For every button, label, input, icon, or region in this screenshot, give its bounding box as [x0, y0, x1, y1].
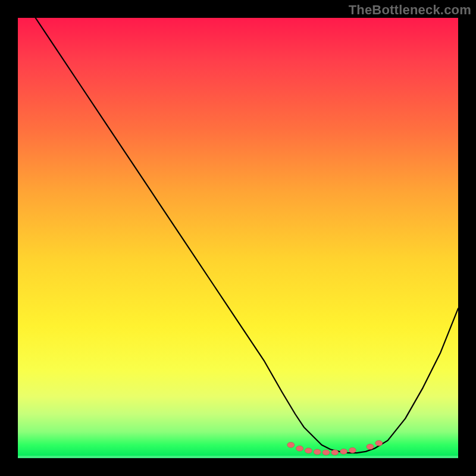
curve-marker [375, 440, 383, 446]
marker-group [287, 440, 383, 455]
curve-marker [349, 447, 356, 453]
curve-marker [331, 450, 339, 455]
curve-svg [18, 18, 458, 458]
curve-marker [314, 449, 321, 455]
plot-area [18, 18, 458, 458]
curve-marker [305, 448, 312, 453]
chart-frame: TheBottleneck.com [0, 0, 476, 476]
curve-marker [287, 442, 295, 447]
curve-marker [340, 449, 347, 454]
curve-marker [322, 450, 330, 455]
watermark-text: TheBottleneck.com [349, 2, 471, 18]
curve-marker [367, 444, 374, 449]
curve-marker [296, 446, 303, 451]
bottleneck-curve [36, 18, 458, 453]
